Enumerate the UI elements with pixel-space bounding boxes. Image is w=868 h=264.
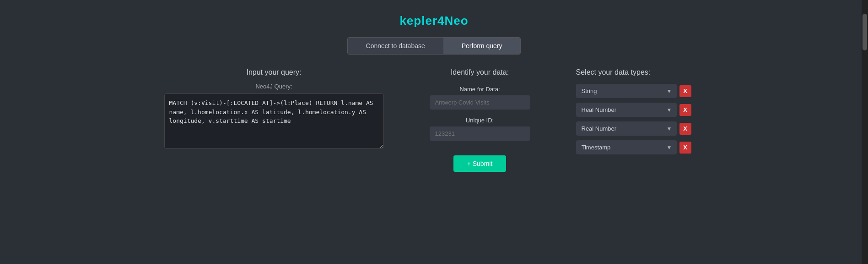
type-row-4: String Real Number Integer Timestamp Boo… [576, 140, 691, 154]
scrollbar-thumb [863, 14, 867, 50]
submit-button[interactable]: + Submit [453, 155, 507, 172]
id-input[interactable] [430, 126, 530, 141]
type-row-2: String Real Number Integer Timestamp Boo… [576, 103, 691, 117]
tab-bar: Connect to database Perform query [347, 37, 521, 55]
right-panel: Select your data types: String Real Numb… [576, 68, 704, 172]
id-label: Unique ID: [466, 117, 494, 124]
type-select-3[interactable]: String Real Number Integer Timestamp Boo… [576, 121, 677, 136]
remove-button-4[interactable]: X [679, 142, 691, 154]
tab-connect[interactable]: Connect to database [348, 38, 443, 54]
app-title: kepler4Neo [399, 14, 468, 28]
name-label: Name for Data: [459, 86, 500, 93]
type-select-1[interactable]: String Real Number Integer Timestamp Boo… [576, 84, 677, 98]
right-panel-title: Select your data types: [576, 68, 651, 77]
remove-button-2[interactable]: X [679, 104, 691, 116]
query-textarea[interactable]: MATCH (v:Visit)-[:LOCATED_AT]->(l:Place)… [164, 94, 384, 148]
name-input[interactable] [430, 95, 530, 110]
type-row-1: String Real Number Integer Timestamp Boo… [576, 84, 691, 98]
left-panel: Input your query: Neo4J Query: MATCH (v:… [164, 68, 384, 172]
middle-panel: Identify your data: Name for Data: Uniqu… [421, 68, 539, 172]
type-select-2[interactable]: String Real Number Integer Timestamp Boo… [576, 103, 677, 117]
tab-query[interactable]: Perform query [443, 38, 521, 54]
neo4j-query-label: Neo4J Query: [255, 83, 292, 90]
type-select-4[interactable]: String Real Number Integer Timestamp Boo… [576, 140, 677, 154]
type-row-3: String Real Number Integer Timestamp Boo… [576, 121, 691, 136]
query-panel-title: Input your query: [246, 68, 301, 77]
identify-title: Identify your data: [451, 68, 509, 77]
remove-button-3[interactable]: X [679, 123, 691, 135]
remove-button-1[interactable]: X [679, 85, 691, 97]
scrollbar[interactable] [862, 0, 868, 264]
